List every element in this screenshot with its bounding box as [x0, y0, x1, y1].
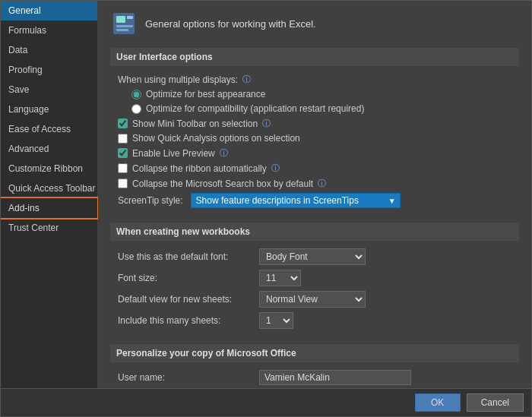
sidebar-item-language[interactable]: Language	[1, 100, 97, 119]
cancel-button[interactable]: Cancel	[467, 393, 524, 412]
collapse-search-checkbox[interactable]	[118, 178, 128, 188]
sidebar: General Formulas Data Proofing Save Lang…	[1, 1, 98, 388]
dialog-footer: OK Cancel	[1, 388, 531, 416]
enable-live-preview-checkbox[interactable]	[118, 148, 128, 158]
sheets-row: Include this many sheets: 1 2 3	[118, 312, 511, 329]
screentip-wrapper: Show feature descriptions in ScreenTips …	[191, 193, 401, 208]
radio-compatibility[interactable]	[131, 104, 141, 114]
defaultview-row: Default view for new sheets: Normal View…	[118, 291, 511, 308]
sidebar-item-general[interactable]: General	[1, 1, 97, 21]
font-label: Use this as the default font:	[118, 251, 255, 262]
sidebar-item-formulas[interactable]: Formulas	[1, 21, 97, 40]
sidebar-item-advanced[interactable]: Advanced	[1, 139, 97, 159]
radio-best-appearance[interactable]	[131, 90, 141, 100]
info-icon-cb1: ⓘ	[262, 118, 271, 129]
defaultview-select[interactable]: Normal View Page Break Preview Page Layo…	[259, 291, 366, 308]
sheets-select[interactable]: 1 2 3	[259, 312, 293, 329]
section-title-personalize: Personalize your copy of Microsoft Offic…	[110, 344, 519, 362]
dialog-body: General Formulas Data Proofing Save Lang…	[1, 1, 531, 388]
main-header-text: General options for working with Excel.	[145, 18, 316, 30]
username-input[interactable]	[259, 370, 411, 385]
username-label: User name:	[118, 372, 255, 383]
show-quick-analysis-checkbox[interactable]	[118, 134, 128, 144]
cb1-row: Show Mini Toolbar on selection ⓘ	[118, 118, 511, 129]
general-options-icon	[110, 10, 138, 37]
fontsize-select[interactable]: 11 8 10 12	[259, 270, 301, 286]
excel-options-dialog: General Formulas Data Proofing Save Lang…	[0, 0, 532, 417]
sidebar-item-data[interactable]: Data	[1, 40, 97, 60]
collapse-ribbon-checkbox[interactable]	[118, 163, 128, 173]
cb2-row: Show Quick Analysis options on selection	[118, 133, 511, 144]
svg-rect-4	[116, 29, 128, 31]
defaultview-label: Default view for new sheets:	[118, 294, 255, 305]
radio-compatibility-label: Optimize for compatibility (application …	[146, 103, 364, 114]
show-quick-analysis-label: Show Quick Analysis options on selection	[132, 133, 300, 144]
info-icon-cb3: ⓘ	[220, 147, 228, 159]
ok-button[interactable]: OK	[415, 393, 461, 412]
sidebar-item-add-ins[interactable]: Add-ins	[1, 198, 97, 218]
font-row: Use this as the default font: Body Font …	[118, 248, 511, 265]
sidebar-item-proofing[interactable]: Proofing	[1, 60, 97, 80]
section-body-personalize: User name: Always use these values regar…	[110, 370, 519, 388]
screentip-row: ScreenTip style: Show feature descriptio…	[118, 193, 511, 208]
radio-best-appearance-row: Optimize for best appearance	[131, 89, 511, 100]
enable-live-preview-label: Enable Live Preview	[132, 148, 215, 159]
multiple-displays-row: When using multiple displays: ⓘ	[118, 74, 511, 85]
show-mini-toolbar-label: Show Mini Toolbar on selection	[132, 118, 258, 129]
sidebar-item-ease-of-access[interactable]: Ease of Access	[1, 119, 97, 139]
sidebar-item-save[interactable]: Save	[1, 80, 97, 100]
svg-rect-1	[116, 16, 125, 23]
section-body-workbooks: Use this as the default font: Body Font …	[110, 248, 519, 341]
sidebar-item-trust-center[interactable]: Trust Center	[1, 218, 97, 238]
fontsize-label: Font size:	[118, 273, 255, 283]
username-row: User name:	[118, 370, 511, 385]
screentip-select[interactable]: Show feature descriptions in ScreenTips …	[191, 193, 401, 208]
show-mini-toolbar-checkbox[interactable]	[118, 118, 128, 128]
cb4-row: Collapse the ribbon automatically ⓘ	[118, 163, 511, 174]
radio-best-appearance-label: Optimize for best appearance	[146, 89, 265, 100]
sidebar-item-customize-ribbon[interactable]: Customize Ribbon	[1, 159, 97, 178]
main-header: General options for working with Excel.	[110, 10, 519, 37]
sidebar-item-quick-access-toolbar[interactable]: Quick Access Toolbar	[1, 178, 97, 198]
section-title-ui: User Interface options	[110, 48, 519, 66]
info-icon-multiple-displays: ⓘ	[242, 74, 251, 85]
main-content: General options for working with Excel. …	[98, 1, 531, 388]
section-title-workbooks: When creating new workbooks	[110, 223, 519, 241]
fontsize-row: Font size: 11 8 10 12	[118, 270, 511, 286]
font-select[interactable]: Body Font Calibri Arial	[259, 248, 366, 265]
info-icon-cb4: ⓘ	[271, 163, 280, 174]
collapse-search-label: Collapse the Microsoft Search box by def…	[132, 178, 313, 189]
screentip-label: ScreenTip style:	[118, 195, 183, 206]
collapse-ribbon-label: Collapse the ribbon automatically	[132, 163, 267, 174]
info-icon-cb5: ⓘ	[318, 178, 326, 189]
sheets-label: Include this many sheets:	[118, 315, 255, 326]
cb5-row: Collapse the Microsoft Search box by def…	[118, 178, 511, 189]
radio-compatibility-row: Optimize for compatibility (application …	[131, 103, 511, 114]
cb3-row: Enable Live Preview ⓘ	[118, 147, 511, 159]
svg-rect-2	[127, 16, 133, 19]
svg-rect-3	[116, 25, 133, 27]
multiple-displays-label: When using multiple displays:	[118, 74, 238, 85]
section-body-ui: When using multiple displays: ⓘ Optimize…	[110, 74, 519, 220]
